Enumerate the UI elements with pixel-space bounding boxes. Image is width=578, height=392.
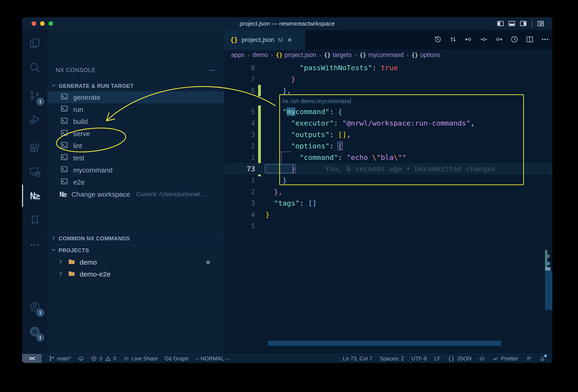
activity-search[interactable]: [22, 57, 48, 79]
line-number: 5: [224, 220, 255, 232]
sidebar-item-run[interactable]: run: [48, 103, 224, 116]
section-common-nx-commands[interactable]: COMMON NX COMMANDS: [48, 233, 224, 244]
status-eol-sequence[interactable]: LF: [434, 355, 441, 362]
minimize-window-button[interactable]: [40, 21, 45, 26]
status-live-share[interactable]: Live Share: [123, 355, 158, 362]
breadcrumb-separator: ›: [355, 51, 357, 59]
code-line: 4}: [224, 209, 552, 220]
line-number: 1: [224, 152, 255, 163]
section-generate-run-target[interactable]: GENERATE & RUN TARGET: [48, 81, 224, 91]
sidebar-item-generate[interactable]: generate: [48, 91, 224, 103]
sidebar-more-actions-icon[interactable]: ⋯: [209, 66, 216, 74]
line-number: 4: [224, 209, 255, 220]
customize-layout-icon[interactable]: [537, 20, 545, 28]
activity-explorer[interactable]: [22, 33, 48, 54]
breadcrumb-label: project.json: [285, 51, 316, 59]
activity-additional-views[interactable]: [22, 234, 48, 256]
window-title: project.json — newnxreactwrkspace: [22, 17, 552, 30]
sidebar-item-e2e[interactable]: e2e: [48, 176, 224, 188]
code-line-text: "command": "echo \"bla\"": [265, 152, 406, 163]
modified-indicator: M: [278, 36, 283, 44]
status-formatter-prettier[interactable]: Prettier: [492, 355, 519, 362]
status-label: JSON: [457, 355, 472, 362]
doublecheck-icon: [492, 355, 499, 362]
sidebar-item-lint[interactable]: lint: [48, 140, 224, 152]
close-tab-icon[interactable]: ×: [288, 36, 292, 44]
zoom-window-button[interactable]: [48, 21, 53, 26]
activity-extensions[interactable]: [22, 138, 48, 160]
terminal-icon: [60, 129, 68, 138]
toggle-secondary-sidebar-icon[interactable]: [519, 20, 527, 28]
sidebar-item-build[interactable]: build: [48, 116, 224, 128]
breadcrumb-item-demo[interactable]: demo: [252, 51, 268, 59]
status-encoding[interactable]: UTF-8: [411, 355, 427, 362]
gitlens-icon[interactable]: [510, 35, 519, 44]
close-window-button[interactable]: [32, 21, 36, 26]
activity-remote-explorer[interactable]: [22, 161, 48, 183]
status-publish-changes[interactable]: [78, 355, 84, 362]
target-label: generate: [73, 93, 100, 101]
status-git-graph[interactable]: Git Graph: [165, 355, 189, 362]
breadcrumb-item-mycommand[interactable]: {}mycommand: [359, 51, 403, 59]
tab-project-json[interactable]: {} project.json M ×: [224, 30, 305, 50]
status-label: Prettier: [501, 355, 519, 362]
status-feedback[interactable]: [526, 355, 532, 362]
previous-change-icon[interactable]: [464, 35, 473, 44]
error-icon: [91, 355, 97, 362]
code-line: 9 "jestConfig": "apps/demo/jest.config.j…: [224, 60, 552, 62]
status-indentation[interactable]: Spaces: 2: [380, 355, 404, 362]
status-language-mode[interactable]: {}JSON: [448, 355, 472, 362]
activity-bookmarks[interactable]: [22, 209, 48, 231]
code-lens[interactable]: nx run demo:mycommand: [282, 96, 351, 106]
code-line-text: }: [265, 174, 287, 186]
toggle-primary-sidebar-icon[interactable]: [496, 20, 504, 28]
section-projects[interactable]: PROJECTS: [48, 245, 224, 256]
activity-nx-console[interactable]: N≥: [22, 185, 48, 207]
activity-accounts[interactable]: 1: [22, 296, 48, 318]
status-problems[interactable]: 00: [91, 355, 116, 362]
breadcrumb-item-apps[interactable]: apps: [231, 51, 245, 59]
status-cursor-position[interactable]: Ln 73, Col 7: [343, 355, 372, 362]
breadcrumb-separator: ›: [271, 51, 273, 59]
sidebar-item-change-workspace[interactable]: N≥ Change workspace Current: /Users/juri…: [48, 188, 224, 200]
project-item-demo-e2e[interactable]: demo-e2e: [48, 268, 224, 280]
status-label: 0: [113, 355, 116, 362]
json-file-icon: {}: [230, 36, 238, 44]
vertical-scrollbar-thumb[interactable]: [545, 270, 552, 310]
more-actions-icon[interactable]: [541, 35, 549, 44]
code-line: 2 "options": {: [224, 140, 552, 152]
breadcrumb-item-options[interactable]: {}options: [411, 51, 440, 59]
chevron-right-icon[interactable]: [58, 259, 64, 266]
activity-source-control[interactable]: 1: [22, 85, 48, 107]
breadcrumb-item-targets[interactable]: {}targets: [324, 51, 351, 59]
horizontal-scrollbar-thumb[interactable]: [268, 341, 501, 346]
status-git-branch[interactable]: main*: [48, 355, 71, 362]
status-vim-mode[interactable]: -- NORMAL --: [195, 355, 229, 362]
status-notifications[interactable]: [539, 355, 545, 362]
liveshare-icon: [123, 355, 129, 362]
activity-settings[interactable]: 1: [22, 321, 48, 343]
sidebar-item-serve[interactable]: serve: [48, 128, 224, 140]
chevron-right-icon[interactable]: [58, 270, 64, 278]
compare-changes-icon[interactable]: [449, 35, 457, 44]
source-control-icon: 1: [29, 90, 41, 102]
next-change-icon[interactable]: [495, 35, 503, 44]
target-label: serve: [73, 130, 90, 138]
toggle-panel-icon[interactable]: [508, 20, 516, 28]
project-item-demo[interactable]: demo: [48, 256, 224, 268]
activity-run-and-debug[interactable]: [22, 109, 48, 131]
status-remote-indicator[interactable]: ><: [22, 354, 42, 363]
breadcrumb-item-project-json[interactable]: {}project.json: [276, 51, 316, 59]
remote-explorer-icon: [29, 166, 41, 179]
sidebar-item-mycommand[interactable]: mycommand: [48, 164, 224, 176]
timeline-icon[interactable]: [434, 35, 442, 44]
split-editor-icon[interactable]: [526, 35, 534, 44]
sidebar-item-test[interactable]: test: [48, 152, 224, 164]
target-label: build: [73, 118, 88, 126]
code-editor[interactable]: 9 "jestConfig": "apps/demo/jest.config.j…: [224, 60, 552, 354]
open-changes-icon[interactable]: [480, 35, 488, 44]
status-copilot[interactable]: [479, 355, 485, 362]
breadcrumb: apps›demo›{}project.json›{}targets›{}myc…: [224, 50, 552, 60]
overview-marker: [547, 262, 550, 265]
folder-icon: [68, 270, 76, 279]
